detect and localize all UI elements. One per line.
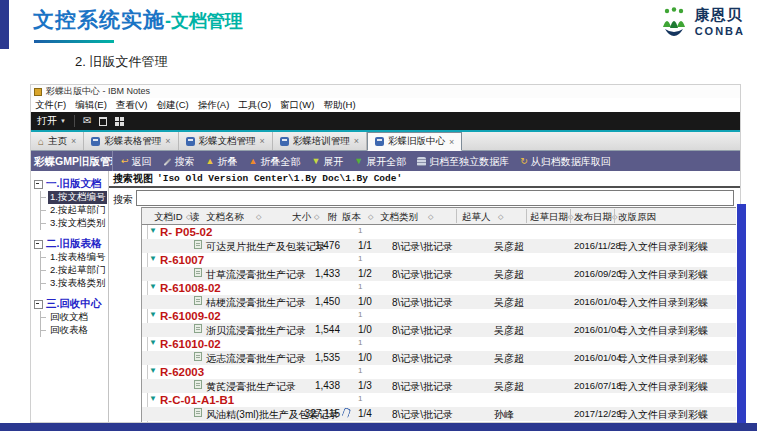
col-header-size[interactable]: 大小 [292, 211, 311, 224]
search-button[interactable]: 搜索 [163, 155, 195, 169]
archive-to-db-button[interactable]: 归档至独立数据库 [417, 155, 509, 169]
menu-view[interactable]: 查看(V) [116, 99, 148, 112]
back-button[interactable]: ↩ 返回 [121, 155, 152, 169]
sidebar-item-recycled-docs[interactable]: 回收文档 [41, 311, 108, 324]
documents-table: 文档ID◇ 读 文档名称◇ 大小◇ 附 版本◇ 文档类别◇ 起草人◇ 起草日期◇… [141, 207, 736, 422]
open-button[interactable]: 打开 ▼ [37, 114, 66, 128]
expander-icon[interactable]: ▼ [149, 282, 157, 291]
document-icon [194, 240, 202, 249]
search-view-row: 搜索视图 'Iso Old Version Center\1.By Doc\1.… [109, 171, 740, 188]
table-row-group[interactable]: ▼ R-61007 1 [142, 253, 736, 267]
app-title: 彩蝶GMP旧版管理 [31, 151, 113, 172]
tab-home[interactable]: ⌂ 主页 × [31, 132, 84, 150]
col-header-docname[interactable]: 文档名称 [206, 211, 244, 224]
close-icon[interactable]: × [449, 137, 454, 147]
sidebar-item-recycled-forms[interactable]: 回收表格 [41, 324, 108, 337]
table-row-group[interactable]: ▼ R-61008-02 1 [142, 281, 736, 295]
tab-training-mgmt[interactable]: 彩蝶培训管理 × [273, 132, 367, 150]
sidebar-section-header[interactable]: 二.旧版表格 [34, 237, 108, 251]
tab-old-version-center[interactable]: 彩蝶旧版中心 × [367, 132, 462, 151]
sidebar-item-by-draft-dept[interactable]: 2.按起草部门 [41, 204, 108, 217]
sidebar-item-by-doc-category[interactable]: 3.按文档类别 [41, 217, 108, 230]
collapse-box-icon[interactable] [34, 300, 43, 309]
col-header-reason[interactable]: 改版原因 [618, 211, 656, 224]
expander-icon[interactable]: ▼ [149, 338, 157, 347]
mail-icon[interactable]: ✉ [83, 116, 91, 126]
table-row-doc[interactable]: 甘草流浸膏批生产记录 1,433 1/2 8\记录\批记录 吴彦超 2016/0… [142, 267, 736, 281]
column-divider [526, 209, 527, 223]
menu-window[interactable]: 窗口(W) [280, 99, 314, 112]
sidebar-item-by-form-number[interactable]: 1.按表格编号 [41, 251, 108, 264]
sidebar-item-by-draft-dept2[interactable]: 2.按起草部门 [41, 264, 108, 277]
menu-help[interactable]: 帮助(H) [323, 99, 355, 112]
expand-all-button[interactable]: ▼ 展开全部 [354, 155, 406, 169]
col-header-publish-date[interactable]: 发布日期 [574, 211, 612, 224]
table-row-group[interactable]: ▼ R-62003 1 [142, 365, 736, 379]
toolbar-divider [74, 115, 75, 127]
col-header-read[interactable]: 读 [190, 211, 200, 224]
expander-icon[interactable]: ▼ [149, 394, 157, 403]
menu-file[interactable]: 文件(F) [35, 99, 66, 112]
close-icon[interactable]: × [165, 136, 170, 146]
sidebar-item-by-doc-number[interactable]: 1.按文档编号 [41, 191, 108, 204]
sort-icon: ◇ [498, 213, 503, 221]
expander-icon[interactable]: ▼ [149, 254, 157, 263]
logo-text-cn: 康恩贝 [695, 6, 745, 25]
table-row-group-partial[interactable]: ▼ R-C-01-A2-B1 [142, 421, 736, 422]
tab-form-mgmt[interactable]: 彩蝶表格管理 × [84, 132, 178, 150]
expand-button[interactable]: ▼ 展开 [311, 155, 343, 169]
menu-tools[interactable]: 工具(O) [238, 99, 271, 112]
grid-icon[interactable] [115, 117, 124, 126]
expander-icon[interactable]: ▼ [149, 366, 157, 375]
close-icon[interactable]: × [260, 136, 265, 146]
menu-actions[interactable]: 操作(A) [198, 99, 230, 112]
sidebar-item-by-form-category[interactable]: 3.按表格类别 [41, 277, 108, 290]
app-tab-icon [280, 137, 289, 146]
collapse-all-icon: ▲ [248, 157, 257, 166]
top-toolbar: 打开 ▼ ✉ [31, 112, 740, 130]
expander-icon[interactable]: ▼ [149, 310, 157, 319]
collapse-all-button[interactable]: ▲ 折叠全部 [248, 155, 300, 169]
app-tab-icon [91, 137, 100, 146]
col-header-draft-date[interactable]: 起草日期 [530, 211, 568, 224]
table-row-group[interactable]: ▼ R-61009-02 1 [142, 309, 736, 323]
collapse-box-icon[interactable] [34, 180, 43, 189]
table-row-group[interactable]: ▼ R- P05-02 1 [142, 225, 736, 239]
search-input[interactable] [136, 190, 734, 206]
ibm-notes-window: 彩蝶出版中心 - IBM Notes 文件(F) 编辑(E) 查看(V) 创建(… [30, 84, 741, 423]
collapse-button[interactable]: ▲ 折叠 [206, 155, 238, 169]
col-header-attach[interactable]: 附 [328, 211, 338, 224]
sidebar-section-header[interactable]: 三.回收中心 [34, 297, 108, 311]
search-label: 搜索 [113, 193, 133, 207]
back-icon: ↩ [121, 157, 129, 166]
table-row-doc[interactable]: 黄芪浸膏批生产记录 1,438 1/3 8\记录\批记录 吴彦超 2016/07… [142, 379, 736, 393]
trash-icon[interactable] [99, 117, 107, 126]
retrieve-from-db-button[interactable]: ↻ 从归档数据库取回 [520, 155, 611, 169]
sort-icon: ◇ [428, 213, 433, 221]
tab-doc-mgmt[interactable]: 彩蝶文档管理 × [179, 132, 273, 150]
home-icon: ⌂ [38, 136, 44, 147]
conba-logo: 康恩贝 CONBA [657, 6, 745, 37]
col-header-category[interactable]: 文档类别 [380, 211, 418, 224]
table-row-doc[interactable]: 可达灵片批生产及包装记录 1,476 1/1 8\记录\批记录 吴彦超 2016… [142, 239, 736, 253]
sidebar-section-header[interactable]: 一.旧版文档 [34, 177, 108, 191]
collapse-box-icon[interactable] [34, 240, 43, 249]
expander-icon[interactable]: ▼ [149, 226, 157, 235]
table-row-group[interactable]: ▼ R-C-01-A1-B1 1 [142, 393, 736, 407]
slide-corner-bar [0, 0, 9, 49]
sort-icon: ◇ [368, 213, 373, 221]
menu-edit[interactable]: 编辑(E) [75, 99, 107, 112]
close-icon[interactable]: × [354, 136, 359, 146]
menu-create[interactable]: 创建(C) [156, 99, 188, 112]
document-icon [194, 352, 202, 361]
col-header-version[interactable]: 版本 [342, 211, 361, 224]
table-row-doc[interactable]: 浙贝流浸膏批生产记录 1,544 1/0 8\记录\批记录 吴彦超 2016/0… [142, 323, 736, 337]
col-header-docid[interactable]: 文档ID [154, 211, 183, 224]
search-row: 搜索 [109, 188, 740, 209]
close-icon[interactable]: × [71, 136, 76, 146]
col-header-drafter[interactable]: 起草人 [462, 211, 491, 224]
table-row-group[interactable]: ▼ R-61010-02 1 [142, 337, 736, 351]
table-row-doc[interactable]: 远志流浸膏批生产记录 1,535 1/0 8\记录\批记录 吴彦超 2016/0… [142, 351, 736, 365]
table-row-doc[interactable]: 桔梗流浸膏批生产记录 1,450 1/0 8\记录\批记录 吴彦超 2016/0… [142, 295, 736, 309]
table-row-doc[interactable]: 风油精(3ml)批生产及包装记录 327,115 1/4 8\记录\批记录 孙峰… [142, 407, 736, 421]
